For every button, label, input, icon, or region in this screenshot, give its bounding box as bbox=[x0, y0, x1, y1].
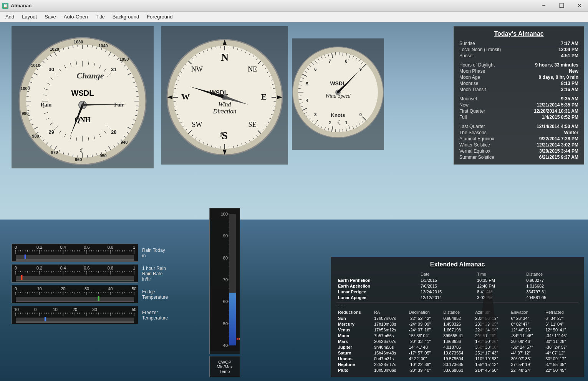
col-el: Elevation bbox=[509, 309, 544, 315]
almanac-value: 8:13 PM bbox=[561, 81, 578, 86]
almanac-value: New bbox=[569, 68, 578, 74]
almanac-row: New12/21/2014 5:35 PM bbox=[459, 102, 578, 108]
body-label: Uranus bbox=[336, 356, 373, 361]
window-icon: 📋 bbox=[2, 3, 8, 9]
ext-body-row: Pluto 18h53m06s -20° 39' 40" 33.668863 2… bbox=[336, 367, 578, 373]
ext-body-row: Jupiter 9h40m56s 14° 41' 48" 4.818785 35… bbox=[336, 344, 578, 350]
rain-today-gauge bbox=[12, 244, 138, 262]
row-date: 7/6/2015 bbox=[419, 283, 475, 289]
almanac-label: Sunset bbox=[459, 53, 474, 58]
body-ra: 18h53m06s bbox=[373, 367, 407, 373]
col-ref: Refracted bbox=[544, 309, 578, 315]
col-header-date: Date bbox=[419, 271, 475, 277]
body-ra: 9h40m56s bbox=[373, 344, 407, 350]
minimize-button[interactable]: − bbox=[535, 0, 553, 12]
col-dec: Declination bbox=[407, 309, 442, 315]
maximize-button[interactable]: ☐ bbox=[553, 0, 570, 12]
ext-almanac-content: Date Time Distance Earth Perihelion 1/3/… bbox=[336, 271, 578, 373]
body-dist: 19.575504 bbox=[442, 356, 474, 361]
row-time: 3:02 PM bbox=[475, 294, 525, 300]
freezer-temp-label: FreezerTemperature bbox=[142, 310, 188, 321]
row-date: 12/24/2015 bbox=[419, 289, 475, 294]
menu-title[interactable]: Title bbox=[92, 12, 109, 21]
menu-auto-open[interactable]: Auto-Open bbox=[60, 12, 92, 21]
row-distance: 1.016682 bbox=[525, 283, 578, 289]
fridge-canvas bbox=[12, 285, 138, 303]
ext-body-row: Saturn 15h46m43s -17° 57' 05" 10.873554 … bbox=[336, 350, 578, 356]
almanac-label: Winter Solstice bbox=[459, 142, 490, 148]
almanac-row: The SeasonsWinter bbox=[459, 130, 578, 136]
almanac-row: Summer Solstice6/21/2015 9:37 AM bbox=[459, 154, 578, 160]
almanac-row: Atumnal Equinox9/22/2014 7:28 PM bbox=[459, 136, 578, 142]
fridge-temp-row: FridgeTemperature bbox=[12, 286, 192, 303]
extended-almanac-panel: Extended Almanac Date Time Distance Eart… bbox=[331, 257, 584, 377]
almanac-value: 6/21/2015 9:37 AM bbox=[539, 155, 578, 160]
body-el: 6° 26' 34" bbox=[509, 315, 544, 321]
almanac-value: 7:17 AM bbox=[561, 41, 578, 46]
almanac-value: 12/28/2014 10:31 AM bbox=[534, 108, 578, 114]
almanac-label: First Quarter bbox=[459, 108, 485, 114]
vertical-thermometer bbox=[209, 208, 240, 354]
col-header-time: Time bbox=[475, 271, 525, 277]
barometer-canvas bbox=[12, 26, 154, 168]
almanac-label: Moon Phase bbox=[459, 68, 485, 74]
body-dec: 15° 36' 04" bbox=[407, 333, 442, 338]
almanac-value: 9/22/2014 7:28 PM bbox=[539, 136, 578, 141]
close-button[interactable]: ✕ bbox=[570, 0, 588, 12]
almanac-label: Moon Age bbox=[459, 75, 480, 80]
almanac-value: 12/21/2014 5:35 PM bbox=[537, 102, 578, 108]
almanac-value: 12:04 PM bbox=[558, 47, 578, 52]
almanac-value: 3/20/2015 3:44 PM bbox=[539, 148, 578, 154]
body-dist: 30.173635 bbox=[442, 361, 474, 367]
body-dec: -17° 57' 05" bbox=[407, 350, 442, 356]
almanac-row: Moon PhaseNew bbox=[459, 68, 578, 74]
body-dec: -20° 33' 41" bbox=[407, 338, 442, 344]
menu-save[interactable]: Save bbox=[41, 12, 60, 21]
col-ra: RA bbox=[373, 309, 407, 315]
almanac-row: Winter Solstice12/21/2014 3:02 PM bbox=[459, 142, 578, 148]
menu-foreground[interactable]: Foreground bbox=[143, 12, 176, 21]
extended-almanac-title: Extended Almanac bbox=[336, 261, 578, 268]
almanac-row: Sunset4:51 PM bbox=[459, 53, 578, 59]
ext-body-row: Uranus 0h47m31s 4° 22' 00" 19.575504 110… bbox=[336, 356, 578, 361]
body-dec: -10° 22' 39" bbox=[407, 361, 442, 367]
menu-background[interactable]: Background bbox=[109, 12, 143, 21]
body-dec: -24° 09' 09" bbox=[407, 321, 442, 327]
ext-body-row: Sun 17h07m07s -22° 52' 42" 0.984852 233°… bbox=[336, 315, 578, 321]
body-el: 37° 54' 19" bbox=[509, 361, 544, 367]
almanac-value: Winter bbox=[564, 130, 578, 135]
col-reductions: Reductions bbox=[336, 309, 373, 315]
ext-almanac-bottom-table: Reductions RA Declination Distance Azimu… bbox=[336, 309, 578, 373]
menu-layout[interactable]: Layout bbox=[18, 12, 41, 21]
window-title: Almanac bbox=[11, 3, 31, 8]
body-ra: 17h07m07s bbox=[373, 315, 407, 321]
ext-top-row: Lunar Perigee 12/24/2015 8:41 AM 364797.… bbox=[336, 289, 578, 294]
menu-add[interactable]: Add bbox=[2, 12, 18, 21]
almanac-row: Local Noon (Transit)12:04 PM bbox=[459, 47, 578, 53]
row-label: Earth Perihelion bbox=[336, 277, 419, 283]
ext-top-row: Earth Perihelion 1/3/2015 10:35 PM 0.983… bbox=[336, 277, 578, 283]
body-label: Jupiter bbox=[336, 344, 373, 350]
almanac-value: 12/14/2014 4:50 AM bbox=[537, 124, 578, 129]
ext-body-row: Mercury 17h10m30s -24° 09' 09" 1.450326 … bbox=[336, 321, 578, 327]
wind-speed-canvas bbox=[292, 38, 384, 150]
row-distance: 364797.31 bbox=[525, 289, 578, 294]
almanac-value: 9:35 AM bbox=[561, 96, 578, 101]
freezer-temp-row: FreezerTemperature bbox=[12, 306, 192, 324]
body-dist: 0.984852 bbox=[442, 315, 474, 321]
fridge-temp-label: FridgeTemperature bbox=[142, 289, 188, 300]
body-el: 30° 07' 35" bbox=[509, 356, 544, 361]
barometer-gauge bbox=[12, 26, 154, 168]
row-date: 12/12/2014 bbox=[419, 294, 475, 300]
almanac-label: Moon Transit bbox=[459, 87, 486, 92]
body-az: 251° 17' 43" bbox=[474, 350, 509, 356]
freezer-canvas bbox=[12, 306, 138, 324]
body-ref: -36° 24' 57" bbox=[544, 344, 578, 350]
wind-direction-gauge bbox=[161, 26, 288, 165]
almanac-row: Last Quarter12/14/2014 4:50 AM bbox=[459, 123, 578, 130]
col-header-distance: Distance bbox=[525, 271, 578, 277]
body-dec: 4° 22' 00" bbox=[407, 356, 442, 361]
body-el: 22° 48' 24" bbox=[509, 367, 544, 373]
almanac-value: 12/21/2014 3:02 PM bbox=[537, 142, 578, 148]
almanac-label: Moonset bbox=[459, 96, 477, 101]
